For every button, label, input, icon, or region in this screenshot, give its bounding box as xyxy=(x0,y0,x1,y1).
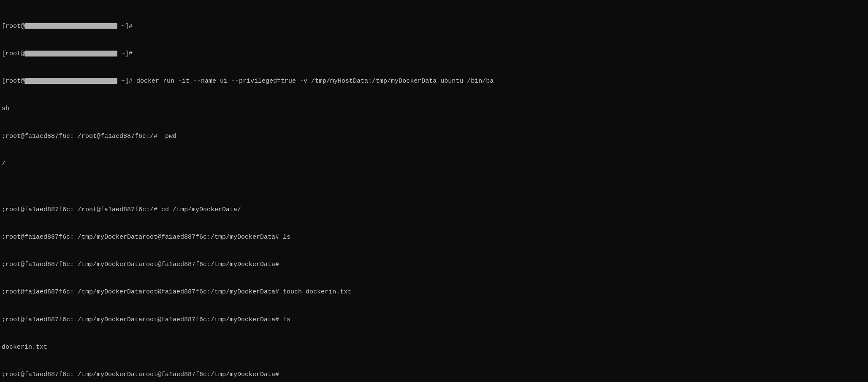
terminal-line-5: ;root@fa1aed887f6c: /root@fa1aed887f6c:/… xyxy=(2,132,866,141)
redacted-hostname-2 xyxy=(24,51,117,56)
terminal-line-14: ;root@fa1aed887f6c: /tmp/myDockerDataroo… xyxy=(2,370,866,379)
redacted-hostname-1 xyxy=(24,23,117,29)
redacted-hostname-3 xyxy=(24,78,117,84)
terminal-line-8: ;root@fa1aed887f6c: /root@fa1aed887f6c:/… xyxy=(2,205,866,215)
terminal-line-12: ;root@fa1aed887f6c: /tmp/myDockerDataroo… xyxy=(2,315,866,325)
terminal-line-6: / xyxy=(2,159,866,169)
terminal-line-13: dockerin.txt xyxy=(2,343,866,352)
terminal-line-9: ;root@fa1aed887f6c: /tmp/myDockerDataroo… xyxy=(2,233,866,242)
terminal-line-2: [root@ ~]# xyxy=(2,49,866,59)
terminal-line-11: ;root@fa1aed887f6c: /tmp/myDockerDataroo… xyxy=(2,288,866,297)
terminal-line-10: ;root@fa1aed887f6c: /tmp/myDockerDataroo… xyxy=(2,260,866,269)
terminal-line-4: sh xyxy=(2,104,866,113)
terminal-line-1: [root@ ~]# xyxy=(2,22,866,31)
terminal-line-3: [root@ ~]# docker run -it --name u1 --pr… xyxy=(2,77,866,86)
terminal-window: [root@ ~]# [root@ ~]# [root@ ~]# docker … xyxy=(0,0,868,382)
